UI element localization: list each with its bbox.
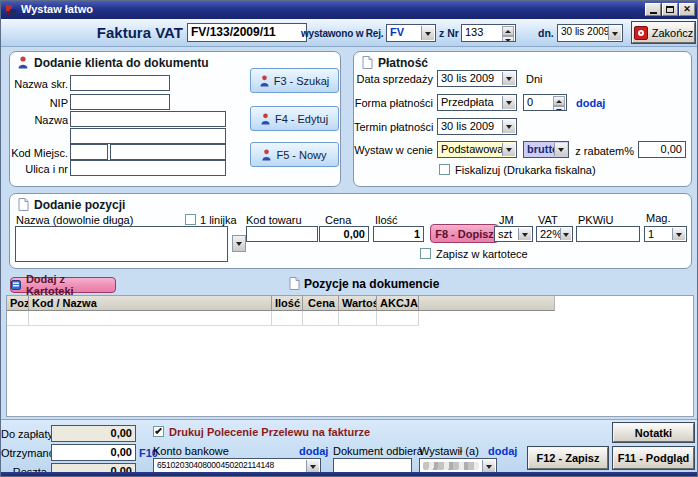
client-groupbox: Dodanie klienta do dokumentu Nazwa skr. … bbox=[9, 51, 341, 187]
days-label: Dni bbox=[526, 73, 543, 85]
gross-net-select[interactable]: brutto bbox=[523, 141, 569, 158]
pkwiu-input[interactable] bbox=[576, 226, 640, 242]
fiscal-checkbox[interactable] bbox=[439, 164, 450, 175]
finish-button[interactable]: Zakończ bbox=[632, 22, 695, 43]
column-header-poz[interactable]: Poz bbox=[7, 296, 29, 311]
window-title: Wystaw łatwo bbox=[21, 3, 93, 15]
postal-code-input[interactable] bbox=[70, 144, 108, 160]
notes-button[interactable]: Notatki bbox=[613, 423, 694, 442]
f12-save-button[interactable]: F12 - Zapisz bbox=[528, 447, 608, 469]
to-pay-label: Do zapłaty bbox=[1, 428, 47, 440]
item-name-dropdown-button[interactable] bbox=[232, 235, 246, 252]
name-label: Nazwa bbox=[10, 114, 68, 126]
add-from-card-button[interactable]: Dodaj z Kartoteki bbox=[10, 277, 116, 293]
unit-select[interactable]: szt bbox=[494, 226, 533, 242]
title-bar: Wystaw łatwo ✕ bbox=[1, 1, 698, 19]
chevron-down-icon[interactable] bbox=[554, 143, 567, 156]
chevron-down-icon[interactable] bbox=[502, 143, 515, 156]
name2-input[interactable] bbox=[70, 128, 226, 144]
due-date-select[interactable]: 30 lis 2009 bbox=[437, 118, 517, 135]
item-name-textarea[interactable] bbox=[15, 226, 228, 262]
items-title: Pozycje na dokumencie bbox=[304, 277, 439, 291]
minimize-icon[interactable] bbox=[645, 3, 661, 16]
one-line-checkbox[interactable] bbox=[185, 214, 196, 225]
save-to-card-checkbox[interactable] bbox=[420, 248, 431, 259]
client-search-button[interactable]: F3 - Szukaj bbox=[250, 68, 339, 93]
invoice-number-input[interactable]: FV/133/2009/11 bbox=[187, 23, 307, 42]
payment-form-select[interactable]: Przedpłata bbox=[437, 94, 517, 111]
column-header-akcja[interactable]: AKCJA bbox=[377, 296, 419, 311]
chevron-down-icon[interactable] bbox=[672, 228, 685, 240]
discount-input[interactable]: 0,00 bbox=[638, 141, 686, 158]
nip-input[interactable] bbox=[70, 94, 170, 110]
chevron-down-icon[interactable] bbox=[502, 120, 515, 133]
payment-groupbox: Płatność Data sprzedaży 30 lis 2009 Dni … bbox=[353, 51, 692, 187]
spin-up-icon[interactable] bbox=[553, 96, 565, 106]
received-label: Otrzymano bbox=[1, 447, 47, 459]
chevron-down-icon[interactable] bbox=[502, 72, 515, 85]
price-type-select[interactable]: Podstawowa bbox=[437, 141, 517, 158]
spin-up-icon[interactable] bbox=[502, 26, 514, 36]
column-header-filler bbox=[419, 296, 555, 311]
footer-panel: Do zapłaty 0,00 Otrzymano 0,00 F10 Reszt… bbox=[1, 419, 698, 472]
number-label: z Nr bbox=[439, 27, 459, 39]
document-icon bbox=[289, 277, 300, 290]
person-icon bbox=[261, 113, 270, 125]
register-label: wystawono w Rej. bbox=[301, 28, 383, 39]
city-input[interactable] bbox=[110, 144, 226, 160]
item-price-input[interactable]: 0,00 bbox=[319, 226, 369, 242]
payment-group-title: Płatność bbox=[378, 56, 428, 70]
issuer-redacted-value bbox=[423, 462, 479, 470]
name-input[interactable] bbox=[70, 111, 226, 127]
payment-form-add-link[interactable]: dodaj bbox=[576, 97, 605, 109]
postal-city-label: Kod Miejsc. bbox=[10, 147, 68, 159]
client-new-button[interactable]: F5 - Nowy bbox=[250, 142, 339, 167]
chevron-down-icon[interactable] bbox=[306, 460, 319, 472]
close-icon[interactable]: ✕ bbox=[679, 3, 695, 16]
street-input[interactable] bbox=[70, 160, 226, 176]
register-select[interactable]: FV bbox=[386, 24, 436, 42]
window-bottom-edge bbox=[1, 472, 698, 477]
chevron-down-icon[interactable] bbox=[502, 96, 515, 109]
add-position-title: Dodanie pozycji bbox=[34, 198, 125, 212]
bank-add-link[interactable]: dodaj bbox=[299, 445, 328, 457]
column-header-ilosc[interactable]: Ilość bbox=[272, 296, 303, 311]
power-icon bbox=[634, 26, 648, 40]
invoice-counter-spinner[interactable]: 133 bbox=[461, 24, 516, 42]
spin-down-icon[interactable] bbox=[502, 36, 514, 42]
item-qty-label: Ilość bbox=[375, 214, 398, 226]
column-header-wartosc[interactable]: Wartość bbox=[339, 296, 377, 311]
invoice-date-select[interactable]: 30 lis 2009 bbox=[557, 24, 623, 42]
column-header-kod-nazwa[interactable]: Kod / Nazwa bbox=[29, 296, 272, 311]
nip-label: NIP bbox=[10, 97, 68, 109]
received-input[interactable]: 0,00 bbox=[51, 444, 136, 461]
client-group-title: Dodanie klienta do dokumentu bbox=[34, 56, 209, 70]
items-table[interactable]: Poz Kod / Nazwa Ilość Cena Wartość AKCJA bbox=[6, 295, 694, 417]
short-name-input[interactable] bbox=[70, 75, 170, 91]
table-row bbox=[339, 311, 377, 326]
maximize-icon[interactable] bbox=[662, 3, 678, 16]
f8-append-button[interactable]: F8 - Dopisz bbox=[430, 224, 499, 243]
sale-date-select[interactable]: 30 lis 2009 bbox=[437, 70, 517, 87]
chevron-down-icon[interactable] bbox=[518, 228, 531, 240]
issuer-label: Wystawił (a) bbox=[419, 445, 479, 457]
print-transfer-checkbox[interactable] bbox=[153, 426, 164, 437]
issuer-add-link[interactable]: dodaj bbox=[488, 445, 517, 457]
f11-preview-button[interactable]: F11 - Podgląd bbox=[613, 447, 694, 469]
chevron-down-icon[interactable] bbox=[560, 228, 571, 240]
chevron-down-icon[interactable] bbox=[482, 460, 495, 472]
chevron-down-icon[interactable] bbox=[421, 26, 434, 40]
vat-select[interactable]: 22% bbox=[536, 226, 573, 242]
due-date-label: Termin płatności bbox=[354, 121, 433, 133]
spin-down-icon[interactable] bbox=[553, 106, 565, 111]
table-row bbox=[29, 311, 272, 326]
item-code-input[interactable] bbox=[246, 226, 318, 242]
item-qty-input[interactable]: 1 bbox=[373, 226, 424, 242]
warehouse-select[interactable]: 1 bbox=[644, 226, 687, 242]
chevron-down-icon[interactable] bbox=[608, 26, 621, 40]
payment-days-spinner[interactable]: 0 bbox=[523, 94, 567, 111]
column-header-cena[interactable]: Cena bbox=[303, 296, 339, 311]
date-label: dn. bbox=[538, 27, 554, 39]
client-edit-button[interactable]: F4 - Edytuj bbox=[250, 106, 339, 131]
app-icon bbox=[5, 4, 17, 16]
